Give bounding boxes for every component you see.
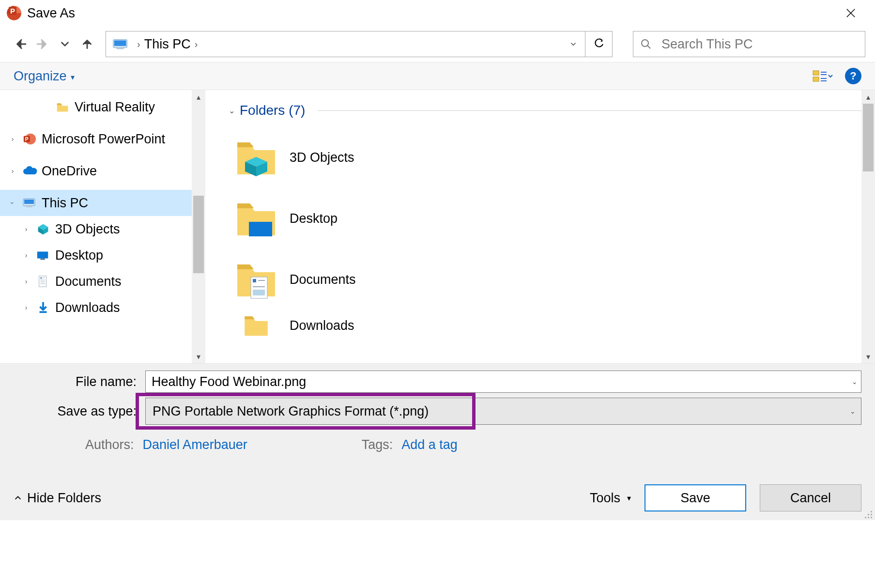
cancel-button[interactable]: Cancel [760,484,861,511]
scrollbar-thumb[interactable] [193,196,204,273]
folder-icon [234,138,278,177]
svg-text:P: P [25,137,29,142]
organize-dropdown[interactable]: Organize ▾ [14,69,75,84]
folder-downloads[interactable]: Downloads [229,310,875,341]
change-view-button[interactable] [812,67,833,85]
svg-rect-4 [813,71,819,75]
filename-input[interactable] [145,371,861,393]
divider [318,110,875,111]
tree-item-label: Desktop [55,248,103,263]
save-as-type-value: PNG Portable Network Graphics Format (*.… [153,404,429,419]
tree-item-onedrive[interactable]: › OneDrive [0,158,205,184]
tree-item-label: Microsoft PowerPoint [42,132,165,147]
this-pc-icon [22,196,37,210]
folder-label: Downloads [290,318,354,333]
filename-label: File name: [14,374,145,389]
tree-item-virtual-reality[interactable]: Virtual Reality [0,94,205,120]
chevron-down-icon: ▾ [71,71,75,81]
hide-folders-label: Hide Folders [27,491,101,506]
up-button[interactable] [80,37,94,51]
resize-grip[interactable] [862,509,872,518]
tree-item-documents[interactable]: › Documents [0,268,205,294]
close-button[interactable] [836,0,865,26]
folder-documents[interactable]: Documents [229,249,875,310]
tree-item-label: Downloads [55,300,120,315]
desktop-icon [36,248,50,263]
authors-label: Authors: [85,437,134,452]
chevron-right-icon[interactable]: › [21,277,31,286]
tree-scrollbar[interactable]: ▴ ▾ [192,90,205,363]
scrollbar-thumb[interactable] [863,104,874,171]
folder-icon [55,100,70,114]
chevron-right-icon[interactable]: › [21,250,31,260]
svg-rect-5 [813,77,819,81]
folder-icon [234,199,278,238]
chevron-right-icon[interactable]: › [191,39,202,50]
save-button[interactable]: Save [645,484,746,511]
scroll-down-icon[interactable]: ▾ [861,350,875,363]
folders-section-header[interactable]: ⌄ Folders (7) [229,103,875,118]
search-input[interactable] [660,36,858,52]
svg-point-3 [642,40,648,46]
search-box[interactable] [633,31,865,57]
tree-item-desktop[interactable]: › Desktop [0,242,205,268]
navigation-row: › This PC › [0,26,875,62]
svg-rect-36 [253,290,265,295]
tree-item-downloads[interactable]: › Downloads [0,294,205,321]
folder-label: 3D Objects [290,150,354,165]
tree-item-3d-objects[interactable]: › 3D Objects [0,216,205,242]
scroll-down-icon[interactable]: ▾ [192,350,205,363]
footer: Hide Folders Tools ▾ Save Cancel [0,484,875,511]
refresh-button[interactable] [585,31,612,57]
tree-item-microsoft-powerpoint[interactable]: › P Microsoft PowerPoint [0,126,205,152]
powerpoint-icon: P [22,132,37,146]
folder-icon [234,313,278,338]
address-history-dropdown[interactable] [561,31,585,57]
svg-rect-14 [24,200,34,204]
svg-rect-2 [117,48,124,49]
scroll-up-icon[interactable]: ▴ [192,90,205,104]
svg-rect-20 [40,259,45,260]
toolbar: Organize ▾ ? [0,62,875,90]
save-as-type-dropdown[interactable]: PNG Portable Network Graphics Format (*.… [145,398,861,425]
folder-3d-objects[interactable]: 3D Objects [229,127,875,188]
folder-label: Desktop [290,211,338,226]
chevron-right-icon[interactable]: › [21,303,31,312]
search-icon [640,38,652,50]
help-button[interactable]: ? [845,68,861,84]
folder-label: Documents [290,272,356,287]
documents-icon [36,274,50,289]
chevron-down-icon[interactable]: ⌄ [229,106,235,115]
chevron-down-icon[interactable]: › [8,198,17,208]
tools-label: Tools [590,491,620,506]
recent-locations-dropdown[interactable] [58,37,72,51]
tree-item-this-pc[interactable]: › This PC [0,190,205,216]
folder-tree: Virtual Reality › P Microsoft PowerPoint… [0,90,205,363]
tags-value[interactable]: Add a tag [401,437,458,452]
chevron-down-icon: ▾ [627,494,631,503]
chevron-down-icon[interactable]: ⌄ [850,407,856,415]
content-scrollbar[interactable]: ▴ ▾ [861,90,875,363]
hide-folders-button[interactable]: Hide Folders [14,491,101,506]
back-button[interactable] [14,37,27,51]
svg-rect-21 [39,276,46,287]
svg-rect-19 [37,252,48,259]
body: Virtual Reality › P Microsoft PowerPoint… [0,90,875,364]
tree-item-label: 3D Objects [55,222,120,237]
chevron-up-icon [14,494,22,502]
chevron-right-icon[interactable]: › [21,224,31,234]
svg-rect-31 [249,222,272,236]
chevron-right-icon[interactable]: › [8,166,17,176]
breadcrumb-this-pc[interactable]: This PC [144,37,191,52]
chevron-right-icon[interactable]: › [8,134,17,144]
authors-value[interactable]: Daniel Amerbauer [143,437,247,452]
bottom-panel: File name: ⌄ Save as type: PNG Portable … [0,364,875,520]
3d-objects-icon [36,222,50,236]
tools-dropdown[interactable]: Tools ▾ [590,491,631,506]
address-bar[interactable]: › This PC › [106,31,613,57]
chevron-right-icon[interactable]: › [133,39,144,50]
folder-desktop[interactable]: Desktop [229,188,875,249]
chevron-down-icon[interactable]: ⌄ [852,378,858,386]
tree-item-label: Documents [55,274,122,289]
scroll-up-icon[interactable]: ▴ [861,90,875,104]
